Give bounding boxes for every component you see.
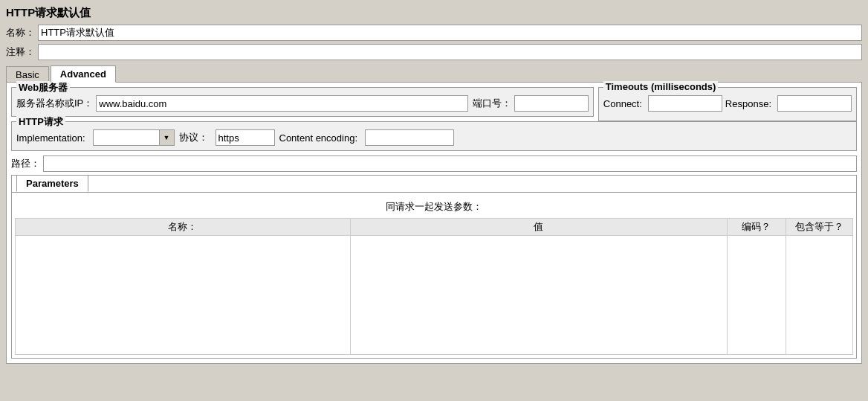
http-row: Implementation: ▼ 协议： Content encoding: (16, 129, 852, 146)
web-server-legend: Web服务器 (16, 81, 70, 94)
path-row: 路径： (11, 155, 857, 172)
two-panels: Web服务器 服务器名称或IP： 端口号： Timeouts (millisec… (11, 87, 857, 121)
col-header-encode: 编码？ (727, 219, 786, 236)
params-table: 名称： 值 编码？ 包含等于？ (15, 218, 853, 355)
server-row: 服务器名称或IP： 端口号： (16, 95, 589, 112)
protocol-input[interactable] (216, 129, 275, 146)
tabs-header: Basic Advanced (6, 65, 862, 82)
server-label: 服务器名称或IP： (16, 97, 93, 110)
comment-row: 注释： (6, 44, 862, 60)
implementation-select-wrapper: ▼ (93, 129, 175, 146)
name-input[interactable] (38, 25, 862, 41)
implementation-label: Implementation: (16, 132, 85, 144)
port-input[interactable] (514, 95, 589, 112)
tab-advanced[interactable]: Advanced (51, 65, 116, 83)
col-header-name: 名称： (16, 219, 351, 236)
timeouts-section: Timeouts (milliseconds) Connect: Respons… (598, 87, 857, 121)
response-input[interactable] (777, 95, 852, 112)
encoding-label: Content encoding: (279, 132, 358, 144)
http-legend: HTTP请求 (16, 115, 65, 129)
connect-input[interactable] (648, 95, 722, 112)
params-section: Parameters 同请求一起发送参数： 名称： 值 编码？ 包含等于？ (11, 175, 857, 359)
port-label: 端口号： (473, 97, 511, 110)
protocol-label: 协议： (179, 131, 208, 144)
comment-label: 注释： (6, 45, 35, 59)
tab-content: Web服务器 服务器名称或IP： 端口号： Timeouts (millisec… (6, 82, 862, 364)
timeouts-legend: Timeouts (milliseconds) (603, 81, 719, 92)
empty-encode-cell (727, 236, 786, 355)
connect-label: Connect: (603, 98, 642, 109)
path-input[interactable] (43, 155, 857, 172)
page-title: HTTP请求默认值 (6, 6, 862, 20)
params-title: 同请求一起发送参数： (15, 196, 853, 218)
http-section: HTTP请求 Implementation: ▼ 协议： Content enc… (11, 121, 857, 151)
tabs-container: Basic Advanced Web服务器 服务器名称或IP： 端口号： Tim… (6, 65, 862, 364)
empty-value-cell (350, 236, 727, 355)
implementation-input[interactable] (93, 129, 160, 146)
empty-include-cell (786, 236, 852, 355)
server-input[interactable] (96, 95, 468, 112)
params-content: 同请求一起发送参数： 名称： 值 编码？ 包含等于？ (12, 193, 856, 358)
params-tab[interactable]: Parameters (16, 175, 88, 192)
tab-basic[interactable]: Basic (6, 66, 49, 83)
implementation-dropdown-btn[interactable]: ▼ (160, 129, 175, 146)
empty-rows (16, 236, 853, 355)
encoding-input[interactable] (365, 129, 454, 146)
chevron-down-icon: ▼ (163, 135, 170, 141)
path-label: 路径： (11, 157, 40, 170)
response-label: Response: (725, 98, 771, 109)
left-panel: Web服务器 服务器名称或IP： 端口号： (11, 87, 594, 121)
col-header-include: 包含等于？ (786, 219, 852, 236)
params-header-tab: Parameters (12, 176, 856, 193)
name-label: 名称： (6, 26, 35, 39)
empty-name-cell (16, 236, 351, 355)
name-row: 名称： (6, 25, 862, 41)
comment-input[interactable] (38, 44, 862, 60)
web-server-section: Web服务器 服务器名称或IP： 端口号： (11, 87, 594, 117)
col-header-value: 值 (350, 219, 727, 236)
